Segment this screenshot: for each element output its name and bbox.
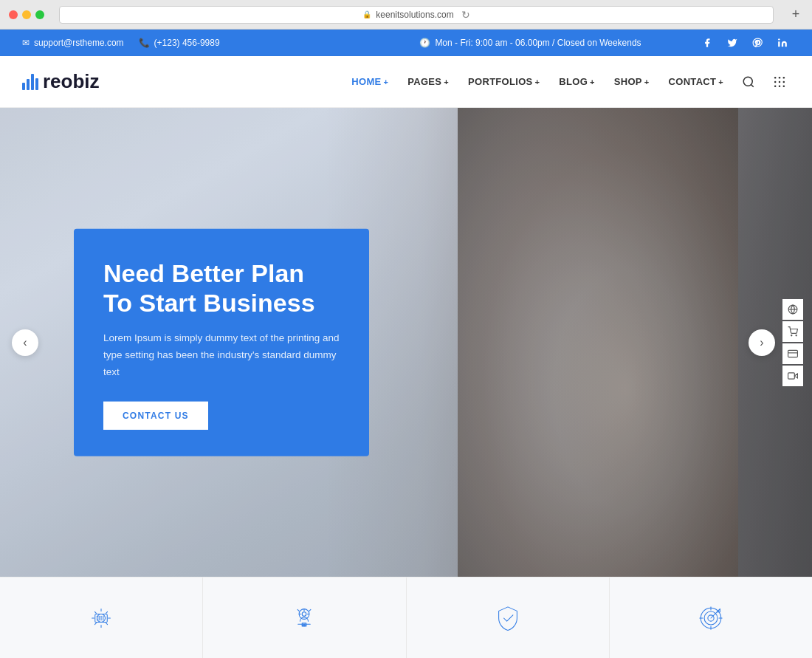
nav-link-shop[interactable]: SHOP + bbox=[607, 70, 657, 93]
svg-point-8 bbox=[783, 80, 785, 83]
main-nav: reobiz HOME + PAGES + PORTFOLIOS + bbox=[0, 56, 812, 108]
hero-title: Need Better Plan To Start Business bbox=[103, 258, 340, 318]
email-text: support@rstheme.com bbox=[34, 38, 124, 48]
phone-contact: 📞 (+123) 456-9989 bbox=[139, 38, 220, 48]
hero-box: Need Better Plan To Start Business Lorem… bbox=[74, 228, 369, 456]
url-text: keenitsolutions.com bbox=[376, 10, 453, 20]
maximize-button[interactable] bbox=[35, 10, 44, 19]
new-tab-button[interactable]: + bbox=[788, 7, 803, 22]
hours-text: Mon - Fri: 9:00 am - 06.00pm / Closed on… bbox=[435, 38, 641, 48]
phone-icon: 📞 bbox=[139, 38, 150, 48]
nav-link-pages[interactable]: PAGES + bbox=[400, 70, 456, 93]
svg-point-4 bbox=[779, 76, 781, 78]
feature-item-3 bbox=[407, 578, 610, 658]
website: ✉ support@rstheme.com 📞 (+123) 456-9989 … bbox=[0, 30, 812, 658]
slider-prev-button[interactable]: ‹ bbox=[12, 329, 38, 356]
svg-point-9 bbox=[774, 85, 777, 87]
svg-point-27 bbox=[303, 611, 307, 616]
svg-rect-19 bbox=[788, 372, 795, 378]
slider-next-button[interactable]: › bbox=[749, 329, 775, 356]
hours-info: 🕐 Mon - Fri: 9:00 am - 06.00pm / Closed … bbox=[361, 38, 700, 48]
minimize-button[interactable] bbox=[22, 10, 31, 19]
globe-side-button[interactable] bbox=[782, 299, 803, 320]
svg-rect-16 bbox=[788, 350, 798, 357]
logo-bar-1 bbox=[22, 83, 25, 90]
logo-bar-2 bbox=[27, 79, 30, 90]
nav-plus-portfolios: + bbox=[535, 78, 540, 86]
svg-point-6 bbox=[774, 80, 777, 83]
logo-bar-4 bbox=[35, 78, 38, 90]
nav-item-shop: SHOP + bbox=[607, 70, 657, 93]
social-links bbox=[700, 35, 790, 50]
nav-link-portfolios[interactable]: PORTFOLIOS + bbox=[461, 70, 547, 93]
svg-point-14 bbox=[791, 335, 792, 335]
pinterest-icon[interactable] bbox=[750, 35, 765, 50]
nav-actions bbox=[738, 72, 790, 92]
video-side-button[interactable] bbox=[782, 366, 803, 386]
nav-item-contact: CONTACT + bbox=[661, 70, 731, 93]
svg-point-7 bbox=[779, 80, 781, 83]
contact-us-button[interactable]: CONTACT US bbox=[103, 402, 208, 430]
browser-chrome: 🔒 keenitsolutions.com ↻ + bbox=[0, 0, 812, 30]
feature-item-1 bbox=[0, 578, 203, 658]
nav-link-blog[interactable]: BLOG + bbox=[551, 70, 602, 93]
nav-plus-shop: + bbox=[644, 78, 650, 86]
nav-plus-blog: + bbox=[590, 78, 595, 86]
nav-link-contact[interactable]: CONTACT + bbox=[661, 70, 731, 93]
logo-icon bbox=[22, 74, 38, 90]
linkedin-icon[interactable] bbox=[775, 35, 790, 50]
facebook-icon[interactable] bbox=[700, 35, 715, 50]
nav-plus-contact: + bbox=[718, 78, 723, 86]
svg-point-0 bbox=[778, 38, 780, 40]
phone-text: (+123) 456-9989 bbox=[154, 38, 220, 48]
nav-links: HOME + PAGES + PORTFOLIOS + BLOG + bbox=[344, 70, 731, 93]
email-contact: ✉ support@rstheme.com bbox=[22, 38, 124, 48]
hero-subtitle: Lorem Ipsum is simply dummy text of the … bbox=[103, 330, 340, 381]
top-bar-left: ✉ support@rstheme.com 📞 (+123) 456-9989 bbox=[22, 38, 361, 48]
gear-settings-icon bbox=[82, 599, 120, 637]
grid-menu-button[interactable] bbox=[769, 72, 790, 92]
features-strip bbox=[0, 577, 812, 658]
svg-point-15 bbox=[796, 335, 796, 335]
target-dart-icon bbox=[692, 599, 730, 637]
hero-section: Need Better Plan To Start Business Lorem… bbox=[0, 108, 812, 577]
nav-link-home[interactable]: HOME + bbox=[344, 70, 396, 93]
svg-point-1 bbox=[743, 77, 752, 86]
cart-side-button[interactable] bbox=[782, 321, 803, 342]
email-icon: ✉ bbox=[22, 38, 30, 48]
nav-item-pages: PAGES + bbox=[400, 70, 456, 93]
logo-bar-3 bbox=[31, 74, 34, 90]
nav-item-home: HOME + bbox=[344, 70, 396, 93]
close-button[interactable] bbox=[9, 10, 18, 19]
nav-plus-home: + bbox=[384, 78, 389, 86]
logo[interactable]: reobiz bbox=[22, 70, 100, 93]
nav-item-portfolios: PORTFOLIOS + bbox=[461, 70, 547, 93]
feature-item-4 bbox=[610, 578, 812, 658]
nav-item-blog: BLOG + bbox=[551, 70, 602, 93]
shield-check-icon bbox=[489, 599, 527, 637]
support-wrench-icon bbox=[285, 599, 323, 637]
nav-plus-pages: + bbox=[444, 78, 449, 86]
svg-point-3 bbox=[774, 76, 777, 78]
traffic-lights bbox=[9, 10, 44, 19]
logo-text: reobiz bbox=[43, 70, 100, 93]
card-side-button[interactable] bbox=[782, 343, 803, 364]
url-bar[interactable]: 🔒 keenitsolutions.com ↻ bbox=[59, 6, 774, 24]
reload-icon: ↻ bbox=[461, 9, 470, 21]
clock-icon: 🕐 bbox=[419, 38, 430, 48]
svg-point-10 bbox=[779, 85, 781, 87]
search-button[interactable] bbox=[738, 72, 759, 92]
feature-item-2 bbox=[203, 578, 406, 658]
svg-point-5 bbox=[783, 76, 785, 78]
hero-content: Need Better Plan To Start Business Lorem… bbox=[74, 228, 369, 456]
svg-line-37 bbox=[711, 609, 720, 617]
top-bar: ✉ support@rstheme.com 📞 (+123) 456-9989 … bbox=[0, 30, 812, 56]
lock-icon: 🔒 bbox=[362, 10, 371, 18]
svg-marker-18 bbox=[794, 374, 797, 378]
svg-line-2 bbox=[751, 84, 753, 86]
svg-point-11 bbox=[783, 85, 785, 87]
twitter-icon[interactable] bbox=[725, 35, 740, 50]
side-icons bbox=[782, 299, 803, 386]
